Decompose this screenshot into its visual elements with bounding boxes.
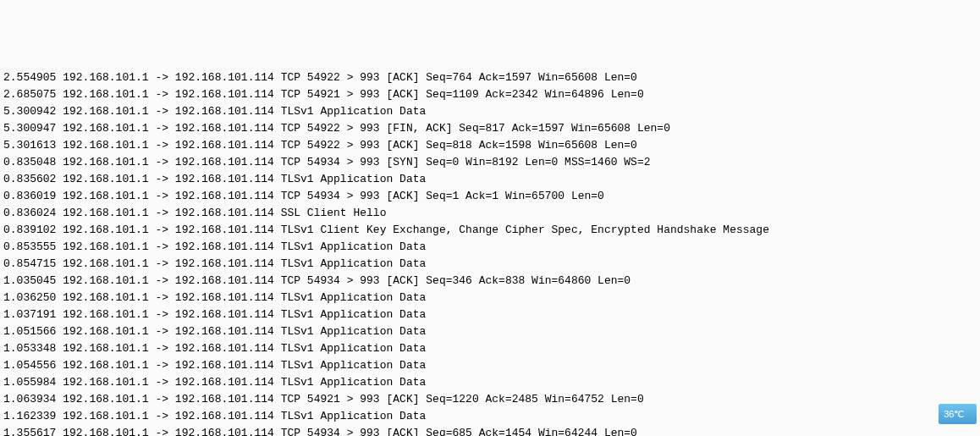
packet-line[interactable]: 5.300947 192.168.101.1 -> 192.168.101.11… [3, 120, 977, 137]
weather-arrow-icon: ↓ [967, 406, 972, 422]
packet-line[interactable]: 5.301613 192.168.101.1 -> 192.168.101.11… [3, 137, 977, 154]
packet-line[interactable]: 0.854715 192.168.101.1 -> 192.168.101.11… [3, 256, 977, 273]
packet-line[interactable]: 5.300942 192.168.101.1 -> 192.168.101.11… [3, 103, 977, 120]
packet-line[interactable]: 0.835602 192.168.101.1 -> 192.168.101.11… [3, 171, 977, 188]
packet-line[interactable]: 0.835048 192.168.101.1 -> 192.168.101.11… [3, 154, 977, 171]
packet-line[interactable]: 0.853555 192.168.101.1 -> 192.168.101.11… [3, 239, 977, 256]
packet-line[interactable]: 1.355617 192.168.101.1 -> 192.168.101.11… [3, 425, 977, 436]
packet-line[interactable]: 2.685075 192.168.101.1 -> 192.168.101.11… [3, 86, 977, 103]
packet-line[interactable]: 1.051566 192.168.101.1 -> 192.168.101.11… [3, 323, 977, 340]
packet-line[interactable]: 1.053348 192.168.101.1 -> 192.168.101.11… [3, 340, 977, 357]
packet-line[interactable]: 1.035045 192.168.101.1 -> 192.168.101.11… [3, 273, 977, 290]
packet-line[interactable]: 0.836024 192.168.101.1 -> 192.168.101.11… [3, 205, 977, 222]
packet-line[interactable]: 1.054556 192.168.101.1 -> 192.168.101.11… [3, 357, 977, 374]
packet-line[interactable]: 1.063934 192.168.101.1 -> 192.168.101.11… [3, 391, 977, 408]
packet-line[interactable]: 0.839102 192.168.101.1 -> 192.168.101.11… [3, 222, 977, 239]
packet-line[interactable]: 2.554905 192.168.101.1 -> 192.168.101.11… [3, 69, 977, 86]
packet-line[interactable]: 0.836019 192.168.101.1 -> 192.168.101.11… [3, 188, 977, 205]
packet-line[interactable]: 1.037191 192.168.101.1 -> 192.168.101.11… [3, 306, 977, 323]
weather-widget[interactable]: 36℃ ↓ [939, 404, 977, 424]
weather-temp: 36℃ [944, 406, 964, 422]
packet-line[interactable]: 1.162339 192.168.101.1 -> 192.168.101.11… [3, 408, 977, 425]
packet-line[interactable]: 1.055984 192.168.101.1 -> 192.168.101.11… [3, 374, 977, 391]
packet-line[interactable]: 1.036250 192.168.101.1 -> 192.168.101.11… [3, 290, 977, 306]
packet-capture-output: 2.554905 192.168.101.1 -> 192.168.101.11… [3, 69, 977, 436]
